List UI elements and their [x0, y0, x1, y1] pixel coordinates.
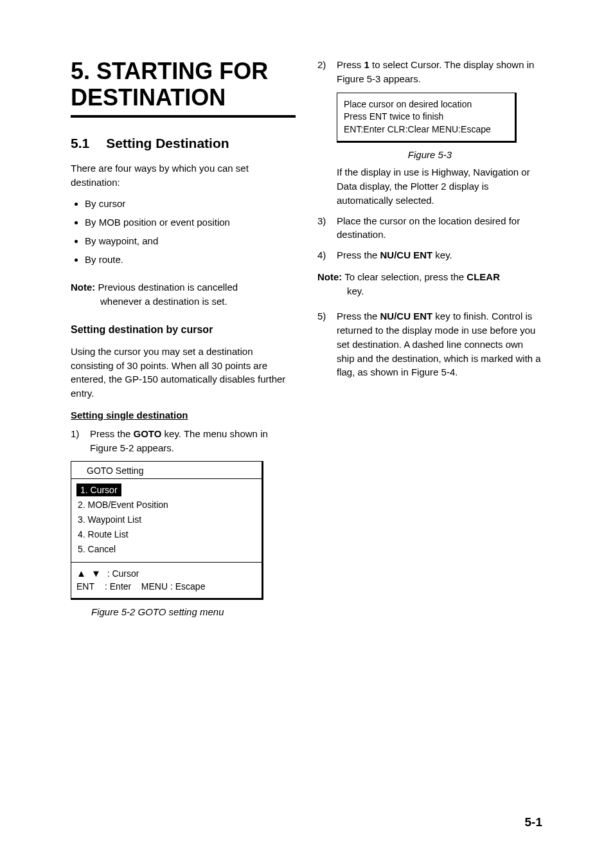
up-down-arrows-icon: ▲ ▼	[76, 568, 102, 579]
step-number: 4)	[317, 248, 326, 262]
step-2: 2) Press 1 to select Cursor. The display…	[317, 58, 542, 86]
footer-key: MENU	[141, 581, 168, 592]
key-name: NU/CU ENT	[380, 249, 433, 260]
figure-caption: Figure 5-2 GOTO setting menu	[91, 606, 296, 617]
menu-option[interactable]: 3. Waypoint List	[75, 512, 258, 527]
figure-caption: Figure 5-3	[317, 149, 542, 160]
footer-key: ENT	[76, 581, 105, 592]
list-item: By waypoint, and	[85, 235, 296, 246]
after-figure-text: If the display in use is Highway, Naviga…	[317, 165, 542, 207]
step-text: Press the	[90, 428, 134, 439]
list-item: By route.	[85, 254, 296, 265]
step-5: 5) Press the NU/CU ENT key to finish. Co…	[317, 309, 542, 379]
cursor-paragraph: Using the cursor you may set a destinati…	[71, 345, 296, 401]
footer-label: : Cursor	[107, 568, 139, 579]
note-label: Note:	[71, 282, 95, 293]
note-label: Note:	[317, 271, 342, 282]
menu-option[interactable]: 2. MOB/Event Position	[75, 498, 258, 512]
list-item: By cursor	[85, 198, 296, 209]
goto-setting-panel: GOTO Setting 1. Cursor 2. MOB/Event Posi…	[71, 461, 263, 600]
title-rule	[71, 115, 296, 118]
step-3: 3) Place the cursor on the location desi…	[317, 214, 542, 242]
note-text: To clear selection, press the	[344, 271, 466, 282]
note-clear-selection: Note: To clear selection, press the CLEA…	[317, 270, 542, 298]
step-4: 4) Press the NU/CU ENT key.	[317, 248, 542, 262]
note-previous-destination: Note: Previous destination is cancelled …	[71, 280, 296, 309]
subsubheading-single: Setting single destination	[71, 410, 296, 420]
note-text: whenever a destination is set.	[71, 294, 296, 309]
step-number: 1)	[71, 427, 79, 441]
step-text: Place the cursor on the location desired…	[337, 215, 520, 240]
panel-title: GOTO Setting	[71, 462, 262, 478]
section-title: Setting Destination	[106, 136, 229, 150]
menu-option-selected[interactable]: 1. Cursor	[76, 484, 121, 496]
step-1: 1) Press the GOTO key. The menu shown in…	[71, 427, 296, 455]
section-heading: 5.1Setting Destination	[71, 136, 296, 151]
chapter-title: 5. STARTING FOR DESTINATION	[71, 58, 296, 111]
footer-label: : Enter	[105, 581, 131, 592]
subheading-cursor: Setting destination by cursor	[71, 324, 296, 336]
key-name: GOTO	[134, 428, 162, 439]
panel-line: Place cursor on desired location	[344, 98, 508, 111]
key-name: NU/CU ENT	[380, 311, 433, 321]
panel-line: Press ENT twice to finish	[344, 111, 508, 123]
page-number: 5-1	[525, 815, 542, 829]
intro-paragraph: There are four ways by which you can set…	[71, 161, 296, 190]
key-name: 1	[364, 59, 369, 70]
step-number: 5)	[317, 309, 326, 323]
menu-option[interactable]: 5. Cancel	[75, 542, 258, 556]
note-text: key.	[317, 284, 542, 298]
step-text: Press the	[337, 311, 380, 321]
footer-label: : Escape	[170, 581, 205, 592]
step-text: key.	[432, 249, 452, 260]
step-number: 3)	[317, 214, 326, 228]
cursor-instruction-panel: Place cursor on desired location Press E…	[337, 93, 517, 143]
step-number: 2)	[317, 58, 326, 72]
menu-option[interactable]: 4. Route List	[75, 527, 258, 541]
bullet-list: By cursor By MOB position or event posit…	[71, 198, 296, 265]
step-text: Press the	[337, 249, 380, 260]
step-text: Press	[337, 59, 364, 70]
key-name: CLEAR	[466, 271, 500, 282]
list-item: By MOB position or event position	[85, 217, 296, 228]
section-number: 5.1	[71, 136, 89, 151]
panel-line: ENT:Enter CLR:Clear MENU:Escape	[344, 123, 508, 136]
note-text: Previous destination is cancelled	[98, 282, 238, 293]
